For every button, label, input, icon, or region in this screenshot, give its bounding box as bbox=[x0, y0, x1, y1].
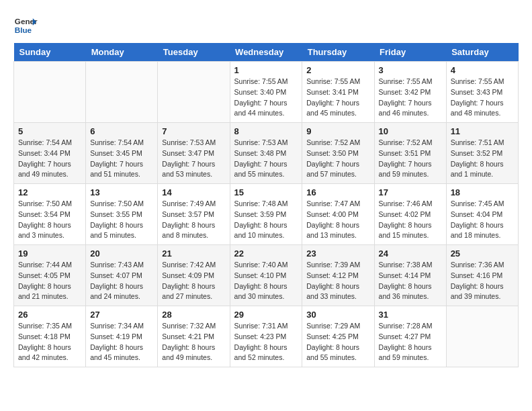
day-number: 31 bbox=[379, 310, 442, 320]
calendar-cell: 31Sunrise: 7:28 AMSunset: 4:27 PMDayligh… bbox=[374, 306, 446, 367]
page-header: General Blue bbox=[13, 13, 519, 38]
day-number: 27 bbox=[90, 310, 153, 320]
calendar-cell: 12Sunrise: 7:50 AMSunset: 3:54 PMDayligh… bbox=[14, 184, 86, 245]
day-number: 3 bbox=[379, 65, 442, 75]
calendar-cell: 1Sunrise: 7:55 AMSunset: 3:40 PMDaylight… bbox=[230, 62, 302, 123]
day-info: Sunrise: 7:40 AMSunset: 4:10 PMDaylight:… bbox=[234, 260, 298, 302]
day-info: Sunrise: 7:44 AMSunset: 4:05 PMDaylight:… bbox=[18, 260, 81, 302]
day-info: Sunrise: 7:54 AMSunset: 3:44 PMDaylight:… bbox=[18, 138, 81, 180]
day-number: 16 bbox=[306, 187, 369, 197]
calendar-cell: 3Sunrise: 7:55 AMSunset: 3:42 PMDaylight… bbox=[374, 62, 446, 123]
calendar-cell: 13Sunrise: 7:50 AMSunset: 3:55 PMDayligh… bbox=[86, 184, 158, 245]
calendar-cell: 25Sunrise: 7:36 AMSunset: 4:16 PMDayligh… bbox=[446, 245, 518, 306]
calendar-cell bbox=[14, 62, 86, 123]
day-number: 29 bbox=[234, 310, 298, 320]
calendar-cell: 22Sunrise: 7:40 AMSunset: 4:10 PMDayligh… bbox=[230, 245, 302, 306]
calendar-cell: 16Sunrise: 7:47 AMSunset: 4:00 PMDayligh… bbox=[302, 184, 374, 245]
day-info: Sunrise: 7:28 AMSunset: 4:27 PMDaylight:… bbox=[379, 321, 442, 363]
calendar-cell: 6Sunrise: 7:54 AMSunset: 3:45 PMDaylight… bbox=[86, 123, 158, 184]
day-number: 14 bbox=[162, 187, 225, 197]
day-number: 12 bbox=[18, 187, 81, 197]
day-number: 13 bbox=[90, 187, 153, 197]
day-number: 19 bbox=[18, 248, 81, 259]
calendar-week-3: 12Sunrise: 7:50 AMSunset: 3:54 PMDayligh… bbox=[14, 184, 519, 245]
col-header-sunday: Sunday bbox=[14, 43, 86, 62]
day-number: 5 bbox=[18, 126, 81, 136]
day-number: 30 bbox=[306, 310, 369, 320]
day-number: 8 bbox=[234, 126, 298, 136]
day-info: Sunrise: 7:55 AMSunset: 3:40 PMDaylight:… bbox=[234, 77, 298, 119]
calendar-cell: 17Sunrise: 7:46 AMSunset: 4:02 PMDayligh… bbox=[374, 184, 446, 245]
col-header-saturday: Saturday bbox=[446, 43, 518, 62]
day-number: 20 bbox=[90, 248, 153, 259]
day-number: 2 bbox=[306, 65, 369, 75]
day-info: Sunrise: 7:49 AMSunset: 3:57 PMDaylight:… bbox=[162, 199, 225, 241]
day-info: Sunrise: 7:31 AMSunset: 4:23 PMDaylight:… bbox=[234, 321, 298, 363]
calendar-cell: 21Sunrise: 7:42 AMSunset: 4:09 PMDayligh… bbox=[158, 245, 230, 306]
calendar-cell: 15Sunrise: 7:48 AMSunset: 3:59 PMDayligh… bbox=[230, 184, 302, 245]
day-info: Sunrise: 7:54 AMSunset: 3:45 PMDaylight:… bbox=[90, 138, 153, 180]
day-number: 4 bbox=[451, 65, 514, 75]
day-number: 21 bbox=[162, 248, 225, 259]
calendar-table: SundayMondayTuesdayWednesdayThursdayFrid… bbox=[13, 43, 519, 367]
col-header-thursday: Thursday bbox=[302, 43, 374, 62]
day-info: Sunrise: 7:35 AMSunset: 4:18 PMDaylight:… bbox=[18, 321, 81, 363]
day-info: Sunrise: 7:46 AMSunset: 4:02 PMDaylight:… bbox=[379, 199, 442, 241]
calendar-cell: 11Sunrise: 7:51 AMSunset: 3:52 PMDayligh… bbox=[446, 123, 518, 184]
day-info: Sunrise: 7:55 AMSunset: 3:42 PMDaylight:… bbox=[379, 77, 442, 119]
day-info: Sunrise: 7:52 AMSunset: 3:51 PMDaylight:… bbox=[379, 138, 442, 180]
calendar-cell bbox=[158, 62, 230, 123]
calendar-cell: 9Sunrise: 7:52 AMSunset: 3:50 PMDaylight… bbox=[302, 123, 374, 184]
calendar-cell: 30Sunrise: 7:29 AMSunset: 4:25 PMDayligh… bbox=[302, 306, 374, 367]
logo-icon: General Blue bbox=[13, 13, 38, 38]
col-header-wednesday: Wednesday bbox=[230, 43, 302, 62]
calendar-cell: 14Sunrise: 7:49 AMSunset: 3:57 PMDayligh… bbox=[158, 184, 230, 245]
calendar-cell: 23Sunrise: 7:39 AMSunset: 4:12 PMDayligh… bbox=[302, 245, 374, 306]
day-info: Sunrise: 7:43 AMSunset: 4:07 PMDaylight:… bbox=[90, 260, 153, 302]
calendar-cell: 20Sunrise: 7:43 AMSunset: 4:07 PMDayligh… bbox=[86, 245, 158, 306]
calendar-cell: 7Sunrise: 7:53 AMSunset: 3:47 PMDaylight… bbox=[158, 123, 230, 184]
day-info: Sunrise: 7:32 AMSunset: 4:21 PMDaylight:… bbox=[162, 321, 225, 363]
calendar-cell: 5Sunrise: 7:54 AMSunset: 3:44 PMDaylight… bbox=[14, 123, 86, 184]
day-number: 9 bbox=[306, 126, 369, 136]
day-number: 18 bbox=[451, 187, 514, 197]
calendar-cell: 4Sunrise: 7:55 AMSunset: 3:43 PMDaylight… bbox=[446, 62, 518, 123]
day-number: 6 bbox=[90, 126, 153, 136]
calendar-week-4: 19Sunrise: 7:44 AMSunset: 4:05 PMDayligh… bbox=[14, 245, 519, 306]
day-number: 15 bbox=[234, 187, 298, 197]
calendar-cell: 26Sunrise: 7:35 AMSunset: 4:18 PMDayligh… bbox=[14, 306, 86, 367]
day-info: Sunrise: 7:52 AMSunset: 3:50 PMDaylight:… bbox=[306, 138, 369, 180]
day-info: Sunrise: 7:42 AMSunset: 4:09 PMDaylight:… bbox=[162, 260, 225, 302]
col-header-monday: Monday bbox=[86, 43, 158, 62]
day-info: Sunrise: 7:55 AMSunset: 3:41 PMDaylight:… bbox=[306, 77, 369, 119]
calendar-cell: 18Sunrise: 7:45 AMSunset: 4:04 PMDayligh… bbox=[446, 184, 518, 245]
day-info: Sunrise: 7:50 AMSunset: 3:54 PMDaylight:… bbox=[18, 199, 81, 241]
day-number: 26 bbox=[18, 310, 81, 320]
svg-text:Blue: Blue bbox=[15, 26, 32, 34]
col-header-tuesday: Tuesday bbox=[158, 43, 230, 62]
day-info: Sunrise: 7:29 AMSunset: 4:25 PMDaylight:… bbox=[306, 321, 369, 363]
day-info: Sunrise: 7:34 AMSunset: 4:19 PMDaylight:… bbox=[90, 321, 153, 363]
day-info: Sunrise: 7:45 AMSunset: 4:04 PMDaylight:… bbox=[451, 199, 514, 241]
calendar-cell: 27Sunrise: 7:34 AMSunset: 4:19 PMDayligh… bbox=[86, 306, 158, 367]
calendar-cell: 29Sunrise: 7:31 AMSunset: 4:23 PMDayligh… bbox=[230, 306, 302, 367]
calendar-cell: 10Sunrise: 7:52 AMSunset: 3:51 PMDayligh… bbox=[374, 123, 446, 184]
day-number: 28 bbox=[162, 310, 225, 320]
calendar-cell: 28Sunrise: 7:32 AMSunset: 4:21 PMDayligh… bbox=[158, 306, 230, 367]
logo: General Blue bbox=[13, 13, 38, 38]
calendar-cell: 24Sunrise: 7:38 AMSunset: 4:14 PMDayligh… bbox=[374, 245, 446, 306]
calendar-week-5: 26Sunrise: 7:35 AMSunset: 4:18 PMDayligh… bbox=[14, 306, 519, 367]
day-info: Sunrise: 7:47 AMSunset: 4:00 PMDaylight:… bbox=[306, 199, 369, 241]
day-info: Sunrise: 7:53 AMSunset: 3:47 PMDaylight:… bbox=[162, 138, 225, 180]
calendar-cell bbox=[86, 62, 158, 123]
day-number: 24 bbox=[379, 248, 442, 259]
day-number: 25 bbox=[451, 248, 514, 259]
day-info: Sunrise: 7:36 AMSunset: 4:16 PMDaylight:… bbox=[451, 260, 514, 302]
calendar-cell: 2Sunrise: 7:55 AMSunset: 3:41 PMDaylight… bbox=[302, 62, 374, 123]
day-number: 23 bbox=[306, 248, 369, 259]
day-number: 10 bbox=[379, 126, 442, 136]
day-number: 7 bbox=[162, 126, 225, 136]
day-info: Sunrise: 7:51 AMSunset: 3:52 PMDaylight:… bbox=[451, 138, 514, 180]
calendar-week-1: 1Sunrise: 7:55 AMSunset: 3:40 PMDaylight… bbox=[14, 62, 519, 123]
day-info: Sunrise: 7:53 AMSunset: 3:48 PMDaylight:… bbox=[234, 138, 298, 180]
